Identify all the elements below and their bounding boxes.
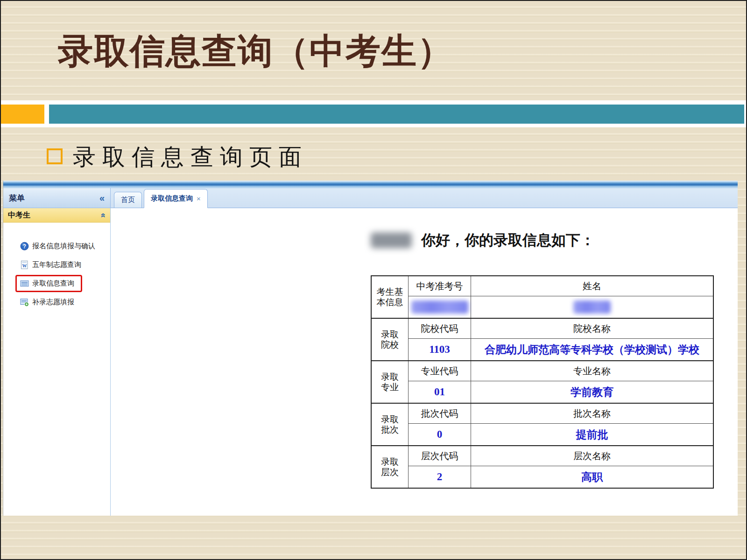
admission-table-body: 考生基本信息中考准考号姓名录取院校院校代码院校名称1103合肥幼儿师范高等专科学… xyxy=(371,276,713,488)
table-row: 01学前教育 xyxy=(371,381,713,404)
tab-label: 首页 xyxy=(121,196,135,204)
sidebar-item-录取信息查询[interactable]: 录取信息查询 xyxy=(3,274,110,293)
help-icon: ? xyxy=(20,242,29,251)
bullet-row: 录取信息查询页面 xyxy=(47,142,308,173)
slide: 录取信息查询（中考生） 录取信息查询页面 菜单 « 首页录取信息查询× 中考生 … xyxy=(0,0,747,560)
form-add-icon xyxy=(20,298,29,307)
sidebar: 中考生 « ?报名信息填报与确认W五年制志愿查询录取信息查询补录志愿填报 xyxy=(3,208,111,516)
table-header-cell: 层次名称 xyxy=(471,446,714,466)
app-top-banner xyxy=(3,181,738,188)
svg-text:W: W xyxy=(22,263,27,268)
divider-band xyxy=(1,100,746,127)
tab-首页[interactable]: 首页 xyxy=(114,192,142,208)
menu-item-label: 录取信息查询 xyxy=(32,279,74,288)
bullet-text: 录取信息查询页面 xyxy=(73,142,308,173)
app-header: 菜单 « 首页录取信息查询× xyxy=(3,188,738,208)
chevron-up-icon[interactable]: « xyxy=(98,213,108,217)
table-value-cell: 2 xyxy=(409,466,471,489)
close-icon[interactable]: × xyxy=(197,195,201,203)
table-group-label: 录取批次 xyxy=(371,403,409,446)
sidebar-section-header[interactable]: 中考生 « xyxy=(3,208,110,223)
tab-label: 录取信息查询 xyxy=(151,194,193,203)
table-header-cell: 院校名称 xyxy=(471,318,714,339)
table-row: 录取院校院校代码院校名称 xyxy=(371,318,713,339)
table-row: 录取批次批次代码批次名称 xyxy=(371,403,713,424)
app-screenshot: 菜单 « 首页录取信息查询× 中考生 « ?报名信息填报与确认W五年制志愿查询录… xyxy=(3,181,738,516)
document-icon: W xyxy=(20,260,29,269)
menu-item-label: 报名信息填报与确认 xyxy=(32,242,95,251)
menu-item-inner: 补录志愿填报 xyxy=(20,298,74,307)
table-row: 录取专业专业代码专业名称 xyxy=(371,361,713,381)
table-value-cell: 学前教育 xyxy=(471,381,714,404)
page-title: 录取信息查询（中考生） xyxy=(58,28,453,75)
table-value-cell xyxy=(409,296,471,319)
table-group-label: 录取院校 xyxy=(371,318,409,361)
sidebar-collapse-icon[interactable]: « xyxy=(99,193,105,203)
table-value-cell: 合肥幼儿师范高等专科学校（学校测试）学校 xyxy=(471,339,714,361)
sidebar-menu-items: ?报名信息填报与确认W五年制志愿查询录取信息查询补录志愿填报 xyxy=(3,223,110,311)
table-header-cell: 批次名称 xyxy=(471,403,714,424)
teal-accent-bar xyxy=(49,105,744,124)
orange-accent-block xyxy=(1,105,44,124)
table-value-cell xyxy=(471,296,714,319)
greeting-row: 你好，你的录取信息如下： xyxy=(371,231,595,250)
tab-bar: 首页录取信息查询× xyxy=(111,188,738,208)
table-value-cell: 0 xyxy=(409,424,471,446)
table-header-cell: 批次代码 xyxy=(409,403,471,424)
menu-item-label: 五年制志愿查询 xyxy=(32,260,81,269)
table-header-cell: 专业代码 xyxy=(409,361,471,381)
table-row: 考生基本信息中考准考号姓名 xyxy=(371,276,713,296)
table-group-label: 录取层次 xyxy=(371,446,409,488)
table-row: 2高职 xyxy=(371,466,713,489)
svg-text:?: ? xyxy=(23,243,26,250)
table-row: 1103合肥幼儿师范高等专科学校（学校测试）学校 xyxy=(371,339,713,361)
tab-录取信息查询[interactable]: 录取信息查询× xyxy=(144,189,208,208)
redacted-name-blur xyxy=(371,232,412,248)
highlight-red-box: 录取信息查询 xyxy=(15,275,82,292)
table-row: 0提前批 xyxy=(371,424,713,446)
bullet-square-icon xyxy=(47,148,63,164)
menu-item-inner: W五年制志愿查询 xyxy=(20,260,81,269)
table-header-cell: 姓名 xyxy=(471,276,714,296)
redacted-value-blur xyxy=(573,301,611,314)
table-value-cell: 1103 xyxy=(409,339,471,361)
table-group-label: 考生基本信息 xyxy=(371,276,409,318)
table-group-label: 录取专业 xyxy=(371,361,409,403)
table-row: 录取层次层次代码层次名称 xyxy=(371,446,713,466)
greeting-text: 你好，你的录取信息如下： xyxy=(421,231,595,250)
sidebar-menu-header: 菜单 « xyxy=(3,188,111,208)
menu-item-inner: ?报名信息填报与确认 xyxy=(20,242,95,251)
list-icon xyxy=(20,279,29,288)
table-value-cell: 01 xyxy=(409,381,471,404)
sidebar-item-五年制志愿查询[interactable]: W五年制志愿查询 xyxy=(3,255,110,274)
table-header-cell: 层次代码 xyxy=(409,446,471,466)
table-row xyxy=(371,296,713,319)
admission-result-table: 考生基本信息中考准考号姓名录取院校院校代码院校名称1103合肥幼儿师范高等专科学… xyxy=(371,275,714,489)
sidebar-section-label: 中考生 xyxy=(8,210,30,220)
table-header-cell: 院校代码 xyxy=(409,318,471,339)
table-header-cell: 中考准考号 xyxy=(409,276,471,296)
redacted-value-blur xyxy=(411,301,468,314)
sidebar-item-补录志愿填报[interactable]: 补录志愿填报 xyxy=(3,293,110,311)
app-body: 中考生 « ?报名信息填报与确认W五年制志愿查询录取信息查询补录志愿填报 你好，… xyxy=(3,208,738,516)
table-value-cell: 高职 xyxy=(471,466,714,489)
menu-item-label: 补录志愿填报 xyxy=(32,298,74,307)
table-header-cell: 专业名称 xyxy=(471,361,714,381)
main-content: 你好，你的录取信息如下： 考生基本信息中考准考号姓名录取院校院校代码院校名称11… xyxy=(111,208,738,516)
table-value-cell: 提前批 xyxy=(471,424,714,446)
menu-header-label: 菜单 xyxy=(9,193,25,203)
sidebar-item-报名信息填报与确认[interactable]: ?报名信息填报与确认 xyxy=(3,237,110,255)
